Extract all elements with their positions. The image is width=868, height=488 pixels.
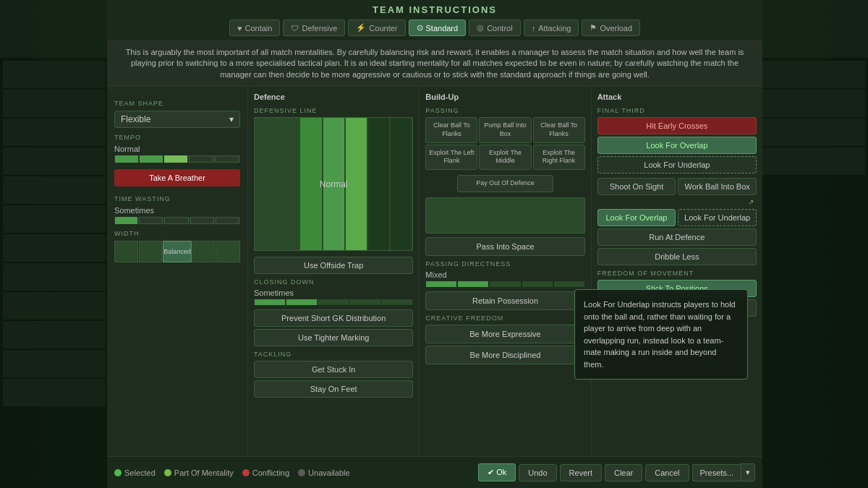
get-stuck-button[interactable]: Get Stuck In bbox=[254, 361, 413, 378]
clear-ball-flanks-btn-1[interactable]: Clear Ball To Flanks bbox=[425, 117, 477, 142]
tab-standard[interactable]: ⊙ Standard bbox=[409, 20, 467, 36]
tempo-slider-container: Normal bbox=[114, 145, 240, 163]
tempo-seg-2 bbox=[140, 155, 163, 163]
tw-seg-1 bbox=[115, 217, 137, 224]
counter-icon: ⚡ bbox=[356, 23, 366, 33]
sidebar-item-8 bbox=[3, 263, 106, 291]
pass-directness-value: Mixed bbox=[425, 270, 584, 279]
pay-out-defence-btn[interactable]: Pay Out Of Defence bbox=[457, 175, 553, 192]
mentality-description: This is arguably the most important of a… bbox=[107, 41, 762, 87]
def-bar-3 bbox=[300, 118, 321, 250]
look-for-underlap-btn-2[interactable]: Look For Underlap bbox=[678, 209, 757, 226]
dribble-less-button[interactable]: Dribble Less bbox=[597, 248, 757, 265]
shoot-on-sight-button[interactable]: Shoot On Sight bbox=[597, 178, 676, 195]
pump-ball-box-btn[interactable]: Pump Ball Into Box bbox=[479, 117, 531, 142]
tighter-marking-button[interactable]: Use Tighter Marking bbox=[254, 329, 413, 346]
def-bar-2 bbox=[278, 118, 299, 250]
width-value: Balanced bbox=[163, 248, 191, 255]
retain-possession-button[interactable]: Retain Possession bbox=[425, 291, 584, 310]
clear-ball-flanks-btn-2[interactable]: Clear Ball To Flanks bbox=[533, 117, 585, 142]
bottom-actions: ✔ Ok Undo Revert Clear Cancel Presets...… bbox=[478, 463, 755, 481]
mix-seg-2 bbox=[458, 281, 488, 287]
tab-counter[interactable]: ⚡ Counter bbox=[348, 20, 405, 36]
legend: Selected Part Of Mentality Conflicting U… bbox=[114, 468, 350, 477]
panel-title: TEAM INSTRUCTIONS bbox=[114, 4, 755, 15]
tempo-seg-3 bbox=[164, 155, 187, 163]
tab-attacking-label: Attacking bbox=[538, 24, 571, 33]
tackling-sublabel: TACKLING bbox=[254, 351, 413, 358]
ok-button[interactable]: ✔ Ok bbox=[478, 463, 516, 481]
def-line-visual: Normal bbox=[254, 117, 413, 251]
right-sidebar-item-1 bbox=[759, 61, 865, 88]
exploit-middle-btn[interactable]: Exploit The Middle bbox=[479, 145, 531, 170]
be-more-disciplined-button[interactable]: Be More Disciplined bbox=[425, 346, 584, 364]
hit-early-crosses-button[interactable]: Hit Early Crosses bbox=[597, 117, 757, 134]
look-for-underlap-button[interactable]: Look For Underlap bbox=[597, 156, 757, 174]
undo-button[interactable]: Undo bbox=[519, 464, 556, 481]
run-at-defence-container: Run At Defence bbox=[597, 228, 757, 246]
team-shape-dropdown[interactable]: Flexible ▾ bbox=[114, 111, 240, 128]
cd-seg-1 bbox=[255, 299, 285, 305]
revert-button[interactable]: Revert bbox=[560, 464, 602, 481]
pass-directness-sublabel: PASSING DIRECTNESS bbox=[425, 260, 584, 267]
shoot-work-row: Shoot On Sight Work Ball Into Box bbox=[597, 178, 757, 195]
sidebar-item-6 bbox=[3, 205, 106, 233]
presets-button-group[interactable]: Presets... ▾ bbox=[692, 463, 755, 481]
overload-icon: ⚑ bbox=[590, 23, 597, 33]
defensive-icon: 🛡 bbox=[291, 24, 299, 33]
tab-contain[interactable]: ♥ Contain bbox=[229, 20, 280, 36]
clear-button[interactable]: Clear bbox=[605, 464, 642, 481]
pass-directness-track bbox=[425, 281, 584, 287]
exploit-left-btn[interactable]: Exploit The Left Flank bbox=[425, 145, 477, 170]
attacking-icon: ↑ bbox=[532, 24, 536, 33]
tab-control[interactable]: ◎ Control bbox=[469, 20, 520, 36]
content-area: TEAM SHAPE Flexible ▾ TEMPO Normal Take … bbox=[107, 87, 762, 456]
pitch-diagram bbox=[425, 197, 584, 234]
underlap-tooltip: Look For Underlap instructs players to h… bbox=[574, 289, 748, 380]
tempo-seg-1 bbox=[115, 155, 138, 163]
sidebar-top-area bbox=[0, 0, 109, 58]
sidebar-item-7 bbox=[3, 234, 106, 262]
presets-button[interactable]: Presets... bbox=[692, 464, 741, 481]
dribble-less-container: Dribble Less bbox=[597, 248, 757, 265]
team-shape-label: TEAM SHAPE bbox=[114, 100, 240, 107]
passing-sublabel: PASSING bbox=[425, 107, 584, 114]
closing-down-track bbox=[254, 299, 413, 305]
time-wasting-track bbox=[114, 217, 240, 224]
tab-attacking[interactable]: ↑ Attacking bbox=[524, 20, 579, 36]
width-seg-4 bbox=[192, 241, 216, 262]
tw-seg-4 bbox=[190, 217, 214, 224]
take-breather-button[interactable]: Take A Breather bbox=[114, 169, 240, 187]
def-bar-5 bbox=[346, 118, 367, 250]
mentality-dot bbox=[164, 469, 171, 476]
tempo-seg-5 bbox=[215, 155, 239, 163]
time-wasting-container: Sometimes bbox=[114, 206, 240, 224]
presets-arrow-button[interactable]: ▾ bbox=[741, 463, 755, 481]
cd-seg-3 bbox=[318, 299, 349, 305]
sidebar-item-9 bbox=[3, 292, 106, 320]
prevent-gk-button[interactable]: Prevent Short GK Distribution bbox=[254, 309, 413, 327]
be-more-expressive-button[interactable]: Be More Expressive bbox=[425, 325, 584, 343]
width-seg-mid: Balanced bbox=[163, 241, 192, 262]
tempo-label: TEMPO bbox=[114, 134, 240, 141]
panel-header: TEAM INSTRUCTIONS ♥ Contain 🛡 Defensive … bbox=[107, 0, 762, 41]
left-sidebar bbox=[0, 0, 109, 488]
creative-freedom-buttons: Be More Expressive Be More Disciplined bbox=[425, 325, 584, 364]
width-label: WIDTH bbox=[114, 230, 240, 237]
tab-defensive[interactable]: 🛡 Defensive bbox=[283, 20, 345, 36]
pass-into-space-button[interactable]: Pass Into Space bbox=[425, 237, 584, 256]
work-ball-into-box-button[interactable]: Work Ball Into Box bbox=[678, 178, 757, 195]
exploit-right-btn[interactable]: Exploit The Right Flank bbox=[533, 145, 585, 170]
tab-overload[interactable]: ⚑ Overload bbox=[582, 20, 640, 36]
tab-control-label: Control bbox=[487, 24, 512, 33]
sidebar-item-11 bbox=[3, 350, 106, 377]
cancel-button[interactable]: Cancel bbox=[645, 464, 689, 481]
run-at-defence-button[interactable]: Run At Defence bbox=[597, 228, 757, 246]
stay-feet-button[interactable]: Stay On Feet bbox=[254, 380, 413, 398]
def-line-normal-label: Normal bbox=[320, 179, 348, 189]
look-for-overlap-btn-2[interactable]: Look For Overlap bbox=[597, 209, 676, 226]
offside-trap-button[interactable]: Use Offside Trap bbox=[254, 257, 413, 274]
look-for-overlap-button[interactable]: Look For Overlap bbox=[597, 137, 757, 154]
overlap-underlap-row2: Look For Overlap Look For Underlap bbox=[597, 209, 757, 226]
tab-counter-label: Counter bbox=[369, 24, 397, 33]
